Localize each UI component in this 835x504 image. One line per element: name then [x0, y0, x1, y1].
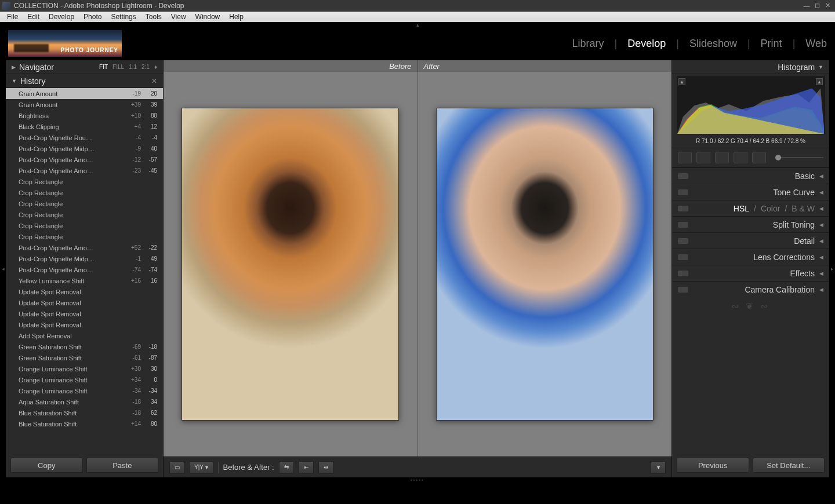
- history-item[interactable]: Crop Rectangle: [6, 176, 163, 187]
- history-item[interactable]: Post-Crop Vignette Amo…-12-57: [6, 154, 163, 165]
- history-item[interactable]: Orange Luminance Shift+340: [6, 374, 163, 385]
- history-item[interactable]: Crop Rectangle: [6, 209, 163, 220]
- history-item[interactable]: Update Spot Removal: [6, 297, 163, 308]
- right-panel-reveal[interactable]: ▸: [829, 60, 835, 477]
- histogram-header[interactable]: Histogram ▼: [672, 60, 829, 74]
- history-item[interactable]: Green Saturation Shift-69-18: [6, 341, 163, 352]
- histogram-box[interactable]: ▲ ▲: [677, 76, 825, 134]
- history-item[interactable]: Post-Crop Vignette Amo…-74-74: [6, 264, 163, 275]
- history-item[interactable]: Update Spot Removal: [6, 319, 163, 330]
- zoom-more-icon[interactable]: ♦: [154, 64, 157, 70]
- navigator-header[interactable]: ▶ Navigator FIT FILL 1:1 2:1 ♦: [6, 60, 163, 74]
- dev-sub-bw[interactable]: B & W: [792, 204, 815, 213]
- dev-panel-basic[interactable]: Basic◀: [672, 167, 829, 184]
- set-default-button[interactable]: Set Default...: [753, 458, 825, 473]
- history-clear-icon[interactable]: ✕: [151, 77, 157, 85]
- copy-after-button[interactable]: ⇹: [318, 461, 333, 474]
- history-item[interactable]: Post-Crop Vignette Midp…-149: [6, 253, 163, 264]
- menu-file[interactable]: File: [2, 13, 23, 21]
- dev-panel-hsl[interactable]: HSL/Color/B & W◀: [672, 200, 829, 216]
- zoom-1-1[interactable]: 1:1: [129, 64, 137, 70]
- menu-tools[interactable]: Tools: [141, 13, 166, 21]
- previous-button[interactable]: Previous: [677, 458, 749, 473]
- grad-filter-tool-icon[interactable]: [734, 152, 747, 163]
- history-item[interactable]: Brightness+1088: [6, 110, 163, 121]
- menu-settings[interactable]: Settings: [106, 13, 140, 21]
- history-item[interactable]: Orange Luminance Shift+3030: [6, 363, 163, 374]
- panel-switch[interactable]: [678, 287, 688, 293]
- module-slideshow[interactable]: Slideshow: [689, 38, 737, 50]
- history-item[interactable]: Orange Luminance Shift-34-34: [6, 385, 163, 396]
- top-panel-reveal[interactable]: ▴: [0, 22, 835, 27]
- history-item[interactable]: Add Spot Removal: [6, 330, 163, 341]
- history-item[interactable]: Grain Amount-1920: [6, 88, 163, 99]
- dev-panel-camera-calibration[interactable]: Camera Calibration◀: [672, 281, 829, 297]
- menu-edit[interactable]: Edit: [23, 13, 44, 21]
- before-photo[interactable]: [181, 108, 399, 421]
- close-button[interactable]: ✕: [822, 2, 833, 9]
- history-item[interactable]: Post-Crop Vignette Amo…+52-22: [6, 242, 163, 253]
- history-header[interactable]: ▼ History ✕: [6, 74, 163, 88]
- menu-photo[interactable]: Photo: [79, 13, 106, 21]
- history-item[interactable]: Aqua Saturation Shift-1834: [6, 396, 163, 407]
- filmstrip-reveal[interactable]: ▪▪▪▪▪: [0, 477, 835, 482]
- history-item[interactable]: Update Spot Removal: [6, 308, 163, 319]
- module-develop[interactable]: Develop: [627, 38, 666, 50]
- crop-tool-icon[interactable]: [678, 152, 692, 163]
- identity-plate[interactable]: PHOTO JOURNEY: [8, 30, 122, 57]
- menu-view[interactable]: View: [166, 13, 191, 21]
- menu-help[interactable]: Help: [224, 13, 248, 21]
- module-web[interactable]: Web: [805, 38, 827, 50]
- history-item[interactable]: Yellow Luminance Shift+1616: [6, 275, 163, 286]
- redeye-tool-icon[interactable]: [715, 152, 729, 163]
- swap-button[interactable]: ⇆: [279, 461, 294, 474]
- history-item[interactable]: Blue Saturation Shift+1480: [6, 418, 163, 429]
- zoom-fit[interactable]: FIT: [99, 64, 108, 70]
- tool-slider[interactable]: [775, 157, 823, 158]
- panel-switch[interactable]: [678, 173, 688, 179]
- dev-panel-lens-corrections[interactable]: Lens Corrections◀: [672, 249, 829, 265]
- dev-panel-split-toning[interactable]: Split Toning◀: [672, 216, 829, 232]
- copy-before-button[interactable]: ⇤: [299, 461, 314, 474]
- history-item[interactable]: Blue Saturation Shift-1862: [6, 407, 163, 418]
- dev-sub-hsl[interactable]: HSL: [734, 204, 749, 213]
- panel-switch[interactable]: [678, 271, 688, 276]
- module-print[interactable]: Print: [761, 38, 782, 50]
- history-item[interactable]: Post-Crop Vignette Amo…-23-45: [6, 165, 163, 176]
- shadow-clip-icon[interactable]: ▲: [678, 78, 685, 85]
- history-item[interactable]: Crop Rectangle: [6, 220, 163, 231]
- history-item[interactable]: Post-Crop Vignette Rou…-4-4: [6, 132, 163, 143]
- highlight-clip-icon[interactable]: ▲: [816, 78, 823, 85]
- panel-switch[interactable]: [678, 254, 688, 260]
- before-after-view-button[interactable]: Y|Y ▾: [189, 461, 213, 474]
- maximize-button[interactable]: ◻: [812, 2, 822, 9]
- zoom-fill[interactable]: FILL: [112, 64, 124, 70]
- panel-switch[interactable]: [678, 238, 688, 244]
- minimize-button[interactable]: —: [801, 2, 812, 9]
- zoom-2-1[interactable]: 2:1: [141, 64, 150, 70]
- menu-develop[interactable]: Develop: [44, 13, 79, 21]
- module-library[interactable]: Library: [572, 38, 604, 50]
- loupe-view-button[interactable]: ▭: [169, 461, 184, 474]
- history-item[interactable]: Green Saturation Shift-61-87: [6, 352, 163, 363]
- left-panel-reveal[interactable]: ◂: [0, 60, 6, 477]
- dev-panel-effects[interactable]: Effects◀: [672, 265, 829, 281]
- history-item[interactable]: Grain Amount+3939: [6, 99, 163, 110]
- history-item[interactable]: Crop Rectangle: [6, 231, 163, 242]
- history-item[interactable]: Crop Rectangle: [6, 187, 163, 198]
- panel-switch[interactable]: [678, 189, 688, 195]
- paste-button[interactable]: Paste: [86, 458, 159, 473]
- panel-switch[interactable]: [678, 222, 688, 228]
- history-item[interactable]: Post-Crop Vignette Midp…-940: [6, 143, 163, 154]
- after-photo[interactable]: [436, 108, 654, 421]
- toolbar-options-button[interactable]: ▾: [651, 461, 666, 474]
- history-item[interactable]: Crop Rectangle: [6, 198, 163, 209]
- panel-switch[interactable]: [678, 206, 688, 211]
- menu-window[interactable]: Window: [191, 13, 225, 21]
- spot-removal-tool-icon[interactable]: [696, 152, 710, 163]
- brush-tool-icon[interactable]: [752, 152, 766, 163]
- history-item[interactable]: Black Clipping+412: [6, 121, 163, 132]
- dev-panel-tone-curve[interactable]: Tone Curve◀: [672, 184, 829, 200]
- history-item[interactable]: Update Spot Removal: [6, 286, 163, 297]
- copy-button[interactable]: Copy: [10, 458, 83, 473]
